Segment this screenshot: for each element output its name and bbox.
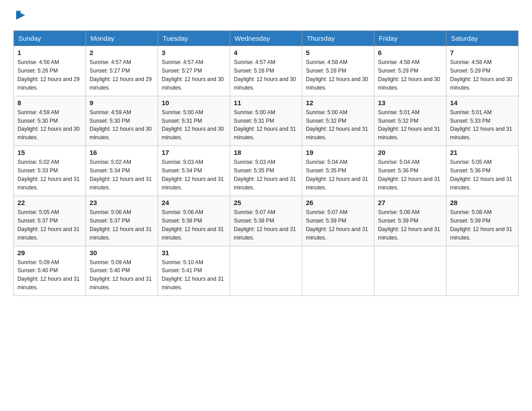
- day-of-week-header: Saturday: [446, 31, 519, 46]
- logo-flag-icon: [14, 9, 27, 21]
- calendar-day-cell: 15 Sunrise: 5:02 AMSunset: 5:33 PMDaylig…: [14, 146, 86, 196]
- calendar-day-cell: [230, 246, 302, 296]
- day-info: Sunrise: 5:07 AMSunset: 5:38 PMDaylight:…: [234, 208, 298, 242]
- logo: [13, 9, 27, 21]
- day-of-week-header: Monday: [86, 31, 158, 46]
- day-number: 23: [90, 199, 154, 206]
- calendar-day-cell: 30 Sunrise: 5:09 AMSunset: 5:40 PMDaylig…: [86, 246, 158, 296]
- day-info: Sunrise: 5:02 AMSunset: 5:33 PMDaylight:…: [17, 158, 82, 192]
- day-number: 30: [90, 249, 154, 257]
- calendar-day-cell: 12 Sunrise: 5:00 AMSunset: 5:32 PMDaylig…: [302, 96, 374, 146]
- day-info: Sunrise: 4:58 AMSunset: 5:29 PMDaylight:…: [450, 58, 515, 92]
- day-number: 31: [162, 249, 226, 257]
- day-info: Sunrise: 5:06 AMSunset: 5:38 PMDaylight:…: [162, 208, 226, 242]
- day-info: Sunrise: 5:09 AMSunset: 5:40 PMDaylight:…: [90, 258, 154, 292]
- day-of-week-header: Tuesday: [158, 31, 230, 46]
- calendar-day-cell: 16 Sunrise: 5:02 AMSunset: 5:34 PMDaylig…: [86, 146, 158, 196]
- day-info: Sunrise: 5:00 AMSunset: 5:32 PMDaylight:…: [306, 108, 370, 142]
- day-number: 21: [450, 149, 515, 156]
- calendar-day-cell: 31 Sunrise: 5:10 AMSunset: 5:41 PMDaylig…: [158, 246, 230, 296]
- day-info: Sunrise: 5:10 AMSunset: 5:41 PMDaylight:…: [162, 258, 226, 292]
- day-info: Sunrise: 5:09 AMSunset: 5:40 PMDaylight:…: [17, 258, 82, 292]
- day-number: 24: [162, 199, 226, 206]
- calendar-day-cell: [302, 246, 374, 296]
- calendar-day-cell: 1 Sunrise: 4:56 AMSunset: 5:26 PMDayligh…: [14, 46, 86, 96]
- calendar-day-cell: 6 Sunrise: 4:58 AMSunset: 5:29 PMDayligh…: [374, 46, 446, 96]
- day-info: Sunrise: 5:03 AMSunset: 5:35 PMDaylight:…: [234, 158, 298, 192]
- calendar-week-row: 29 Sunrise: 5:09 AMSunset: 5:40 PMDaylig…: [14, 246, 519, 296]
- calendar-week-row: 1 Sunrise: 4:56 AMSunset: 5:26 PMDayligh…: [14, 46, 519, 96]
- day-info: Sunrise: 5:08 AMSunset: 5:39 PMDaylight:…: [378, 208, 442, 242]
- calendar-day-cell: 28 Sunrise: 5:08 AMSunset: 5:39 PMDaylig…: [446, 196, 519, 246]
- calendar-day-cell: 9 Sunrise: 4:59 AMSunset: 5:30 PMDayligh…: [86, 96, 158, 146]
- day-info: Sunrise: 4:57 AMSunset: 5:28 PMDaylight:…: [234, 58, 298, 92]
- calendar-day-cell: 19 Sunrise: 5:04 AMSunset: 5:35 PMDaylig…: [302, 146, 374, 196]
- day-number: 3: [162, 49, 226, 56]
- calendar-day-cell: 3 Sunrise: 4:57 AMSunset: 5:27 PMDayligh…: [158, 46, 230, 96]
- day-number: 6: [378, 49, 442, 56]
- day-info: Sunrise: 5:02 AMSunset: 5:34 PMDaylight:…: [90, 158, 154, 192]
- calendar-week-row: 15 Sunrise: 5:02 AMSunset: 5:33 PMDaylig…: [14, 146, 519, 196]
- day-number: 27: [378, 199, 442, 206]
- day-of-week-header: Wednesday: [230, 31, 302, 46]
- calendar-day-cell: 26 Sunrise: 5:07 AMSunset: 5:39 PMDaylig…: [302, 196, 374, 246]
- calendar-header-row: SundayMondayTuesdayWednesdayThursdayFrid…: [14, 31, 519, 46]
- day-info: Sunrise: 5:04 AMSunset: 5:35 PMDaylight:…: [306, 158, 370, 192]
- calendar-day-cell: 4 Sunrise: 4:57 AMSunset: 5:28 PMDayligh…: [230, 46, 302, 96]
- calendar-day-cell: 20 Sunrise: 5:04 AMSunset: 5:36 PMDaylig…: [374, 146, 446, 196]
- calendar-day-cell: 21 Sunrise: 5:05 AMSunset: 5:36 PMDaylig…: [446, 146, 519, 196]
- day-info: Sunrise: 5:03 AMSunset: 5:34 PMDaylight:…: [162, 158, 226, 192]
- day-number: 14: [450, 99, 515, 107]
- day-info: Sunrise: 5:00 AMSunset: 5:31 PMDaylight:…: [234, 108, 298, 142]
- day-number: 4: [234, 49, 298, 56]
- calendar-day-cell: 18 Sunrise: 5:03 AMSunset: 5:35 PMDaylig…: [230, 146, 302, 196]
- calendar-day-cell: [374, 246, 446, 296]
- day-number: 1: [17, 49, 82, 56]
- day-info: Sunrise: 4:58 AMSunset: 5:28 PMDaylight:…: [306, 58, 370, 92]
- calendar-day-cell: 10 Sunrise: 5:00 AMSunset: 5:31 PMDaylig…: [158, 96, 230, 146]
- day-info: Sunrise: 5:04 AMSunset: 5:36 PMDaylight:…: [378, 158, 442, 192]
- calendar-day-cell: 2 Sunrise: 4:57 AMSunset: 5:27 PMDayligh…: [86, 46, 158, 96]
- day-number: 28: [450, 199, 515, 206]
- calendar-day-cell: 11 Sunrise: 5:00 AMSunset: 5:31 PMDaylig…: [230, 96, 302, 146]
- day-info: Sunrise: 5:08 AMSunset: 5:39 PMDaylight:…: [450, 208, 515, 242]
- calendar-day-cell: 27 Sunrise: 5:08 AMSunset: 5:39 PMDaylig…: [374, 196, 446, 246]
- day-number: 25: [234, 199, 298, 206]
- day-number: 18: [234, 149, 298, 156]
- day-info: Sunrise: 5:00 AMSunset: 5:31 PMDaylight:…: [162, 108, 226, 142]
- calendar-day-cell: 22 Sunrise: 5:05 AMSunset: 5:37 PMDaylig…: [14, 196, 86, 246]
- day-number: 8: [17, 99, 82, 107]
- day-info: Sunrise: 4:59 AMSunset: 5:30 PMDaylight:…: [90, 108, 154, 142]
- day-info: Sunrise: 5:06 AMSunset: 5:37 PMDaylight:…: [90, 208, 154, 242]
- day-number: 15: [17, 149, 82, 156]
- calendar-day-cell: 24 Sunrise: 5:06 AMSunset: 5:38 PMDaylig…: [158, 196, 230, 246]
- calendar-day-cell: 7 Sunrise: 4:58 AMSunset: 5:29 PMDayligh…: [446, 46, 519, 96]
- day-info: Sunrise: 4:57 AMSunset: 5:27 PMDaylight:…: [162, 58, 226, 92]
- day-number: 19: [306, 149, 370, 156]
- calendar-day-cell: 14 Sunrise: 5:01 AMSunset: 5:33 PMDaylig…: [446, 96, 519, 146]
- calendar-day-cell: 17 Sunrise: 5:03 AMSunset: 5:34 PMDaylig…: [158, 146, 230, 196]
- day-info: Sunrise: 4:58 AMSunset: 5:29 PMDaylight:…: [378, 58, 442, 92]
- calendar-day-cell: 23 Sunrise: 5:06 AMSunset: 5:37 PMDaylig…: [86, 196, 158, 246]
- day-number: 11: [234, 99, 298, 107]
- day-info: Sunrise: 4:59 AMSunset: 5:30 PMDaylight:…: [17, 108, 82, 142]
- day-number: 22: [17, 199, 82, 206]
- day-number: 13: [378, 99, 442, 107]
- day-info: Sunrise: 5:07 AMSunset: 5:39 PMDaylight:…: [306, 208, 370, 242]
- day-of-week-header: Sunday: [14, 31, 86, 46]
- day-info: Sunrise: 5:05 AMSunset: 5:36 PMDaylight:…: [450, 158, 515, 192]
- calendar-day-cell: [446, 246, 519, 296]
- day-info: Sunrise: 4:56 AMSunset: 5:26 PMDaylight:…: [17, 58, 82, 92]
- day-info: Sunrise: 4:57 AMSunset: 5:27 PMDaylight:…: [90, 58, 154, 92]
- day-number: 9: [90, 99, 154, 107]
- calendar-day-cell: 13 Sunrise: 5:01 AMSunset: 5:32 PMDaylig…: [374, 96, 446, 146]
- day-number: 20: [378, 149, 442, 156]
- calendar-day-cell: 5 Sunrise: 4:58 AMSunset: 5:28 PMDayligh…: [302, 46, 374, 96]
- calendar-day-cell: 29 Sunrise: 5:09 AMSunset: 5:40 PMDaylig…: [14, 246, 86, 296]
- calendar-week-row: 8 Sunrise: 4:59 AMSunset: 5:30 PMDayligh…: [14, 96, 519, 146]
- day-number: 7: [450, 49, 515, 56]
- calendar-week-row: 22 Sunrise: 5:05 AMSunset: 5:37 PMDaylig…: [14, 196, 519, 246]
- day-number: 12: [306, 99, 370, 107]
- day-number: 16: [90, 149, 154, 156]
- day-number: 26: [306, 199, 370, 206]
